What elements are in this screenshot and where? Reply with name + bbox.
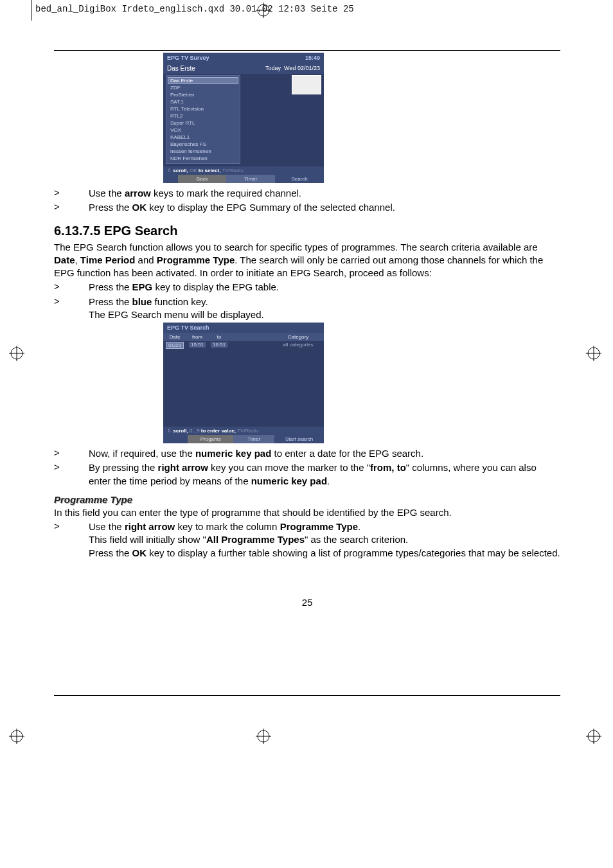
- epg2-val-from: 15:51: [189, 342, 206, 348]
- epg1-footer-back: Back: [178, 175, 227, 183]
- page-number: 25: [54, 597, 560, 608]
- epg1-preview-box: [292, 75, 321, 94]
- epg1-date: Wed 02/01/23: [284, 65, 320, 71]
- epg-search-screenshot: EPG TV Search Date from to Category 01/2…: [163, 323, 324, 443]
- registration-mark-bottom: [256, 729, 271, 744]
- epg-survey-screenshot: EPG TV Survey 15:49 Das Erste Today Wed …: [163, 53, 324, 183]
- channel-item: NDR Fernsehen: [168, 155, 238, 162]
- programme-type-heading: Programme Type: [54, 494, 560, 505]
- instruction-numeric-keypad: > Now, if required, use the numeric key …: [54, 447, 560, 460]
- channel-item: hessen fernsehen: [168, 148, 238, 155]
- crop-line-bottom: [54, 695, 560, 696]
- epg2-footer-timer: Timer: [233, 435, 274, 443]
- epg2-val-to: 16:51: [211, 342, 227, 348]
- epg2-footer-progams: Progams: [188, 435, 233, 443]
- channel-item: KABEL1: [168, 134, 238, 141]
- channel-item: VOX: [168, 127, 238, 134]
- registration-mark-bottom-left: [9, 729, 24, 744]
- print-header: bed_anl_DigiBox Irdeto_englisch.qxd 30.0…: [35, 4, 354, 14]
- crop-line-top: [54, 50, 560, 51]
- epg1-footer-timer: Timer: [226, 175, 275, 183]
- epg2-val-category: all categories: [272, 341, 324, 350]
- channel-item: ProSieben: [168, 91, 238, 98]
- programme-type-intro: In this field you can enter the type of …: [54, 506, 560, 519]
- channel-item: Super RTL: [168, 120, 238, 127]
- instruction-programme-type: > Use the right arrow key to mark the co…: [54, 520, 560, 560]
- epg2-title: EPG TV Search: [163, 323, 324, 333]
- instruction-arrow-keys: > Use the arrow keys to mark the require…: [54, 187, 560, 200]
- epg2-val-date: 01/23: [166, 342, 184, 349]
- epg2-footer-start: Start search: [274, 435, 324, 443]
- registration-mark-left: [9, 346, 24, 361]
- registration-mark-top: [256, 3, 271, 18]
- instruction-epg-key: > Press the EPG key to display the EPG t…: [54, 281, 560, 294]
- section-heading-epg-search: 6.13.7.5 EPG Search: [54, 224, 560, 238]
- instruction-ok-key: > Press the OK key to display the EPG Su…: [54, 201, 560, 214]
- channel-item: Das Erste: [168, 77, 238, 84]
- instruction-right-arrow: > By pressing the right arrow key you ca…: [54, 461, 560, 488]
- epg1-hint: ⇕ scroll, OK to select, TV/Radio: [163, 166, 324, 175]
- epg2-head-date: Date: [163, 333, 186, 341]
- channel-item: RTL Television: [168, 105, 238, 112]
- epg1-time: 15:49: [305, 55, 320, 61]
- crop-mark: [31, 0, 31, 21]
- channel-item: Bayerisches FS: [168, 141, 238, 148]
- epg1-title: EPG TV Survey: [167, 55, 209, 61]
- epg2-head-to: to: [208, 333, 230, 341]
- epg2-head-from: from: [186, 333, 208, 341]
- page-content: EPG TV Survey 15:49 Das Erste Today Wed …: [54, 53, 560, 608]
- epg2-head-category: Category: [272, 333, 324, 341]
- epg1-channel-name: Das Erste: [167, 65, 195, 72]
- channel-item: SAT.1: [168, 98, 238, 105]
- epg1-channel-list: Das Erste ZDF ProSieben SAT.1 RTL Televi…: [166, 75, 240, 164]
- registration-mark-bottom-right: [586, 729, 601, 744]
- epg1-today: Today: [265, 65, 281, 71]
- epg2-hint: ⇕ scroll, 0...9 to enter value, TV/Radio: [163, 427, 324, 435]
- channel-item: ZDF: [168, 84, 238, 91]
- epg-search-intro: The EPG Search function allows you to se…: [54, 241, 560, 280]
- epg1-footer-search: Search: [275, 175, 324, 183]
- registration-mark-right: [586, 346, 601, 361]
- instruction-blue-key: > Press the blue function key.The EPG Se…: [54, 296, 560, 322]
- channel-item: RTL2: [168, 112, 238, 120]
